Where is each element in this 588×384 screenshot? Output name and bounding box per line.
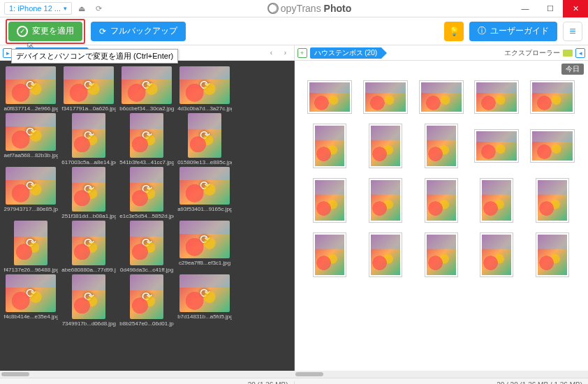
refresh-icon[interactable]: ⟳ [91, 1, 105, 15]
explorer-thumb[interactable] [474, 80, 520, 114]
horizontal-scrollbar[interactable] [0, 371, 588, 378]
device-thumb[interactable]: ⟳0d498da3c...c41ff.jpg [119, 221, 175, 273]
filename-label: b6ccbef34...30ca2.jpg [119, 105, 174, 112]
explorer-thumb[interactable] [418, 232, 464, 277]
device-thumb[interactable]: ⟳a0f837714...2e966.jpg [3, 66, 59, 112]
device-thumb[interactable]: ⟳e1c3e5d54...5852d.jpg [119, 167, 175, 219]
explorer-thumb[interactable] [362, 178, 409, 223]
device-thumb[interactable]: ⟳4d3c0ba7d...3a27c.jpg [177, 66, 233, 112]
full-backup-button[interactable]: ⟳ フルバックアップ [91, 22, 186, 41]
app-title: opyTrans Photo [267, 2, 351, 15]
device-panel[interactable]: ⟳a0f837714...2e966.jpg⟳f3417791a...0a626… [0, 61, 294, 371]
filename-label: b8b2547e0...06d01.jpg [119, 320, 174, 327]
user-guide-button[interactable]: ⓘ ユーザーガイド [469, 22, 557, 41]
filename-label: e1c3e5d54...5852d.jpg [119, 213, 174, 219]
sync-icon: ⟳ [130, 113, 163, 158]
sync-icon: ⟳ [6, 167, 56, 205]
explorer-panel[interactable]: 今日 [294, 61, 589, 371]
status-left: 20 (1.36 MB) [0, 381, 294, 385]
filename-label: 541b3fe43...41cc7.jpg [119, 159, 174, 165]
add-button[interactable]: + [297, 48, 307, 58]
chevron-down-icon: ▾ [64, 5, 67, 12]
device-selector[interactable]: 1: iPhone 12 ... ▾ [4, 2, 72, 15]
explorer-thumb[interactable] [529, 80, 575, 114]
sync-icon: ⟳ [179, 66, 230, 104]
folder-icon[interactable] [563, 50, 573, 57]
sync-icon: ⟳ [72, 221, 105, 265]
close-button[interactable]: ✕ [563, 0, 588, 17]
sync-icon: ⟳ [130, 274, 163, 319]
filename-label: f4c8b414e...e35e4.jpg [3, 313, 58, 320]
filename-label: 251f381dd...b08a1.jpg [61, 213, 116, 219]
explorer-thumb[interactable] [474, 232, 520, 277]
device-label: 1: iPhone 12 ... [9, 4, 61, 13]
explorer-thumb[interactable] [307, 178, 353, 223]
lightbulb-icon: 💡 [449, 27, 460, 36]
filename-label: 297943717...80e85.jpg [3, 206, 58, 212]
panel-toggle-right-button[interactable]: ◂ [575, 48, 585, 58]
sync-icon: ⟳ [188, 113, 221, 158]
hamburger-menu-button[interactable]: ≡ [563, 22, 582, 41]
explorer-thumb[interactable] [362, 232, 409, 277]
sync-icon: ⟳ [179, 167, 230, 205]
explorer-thumb[interactable] [418, 80, 464, 114]
device-thumb[interactable]: ⟳7349917b...d06d8.jpg [61, 274, 117, 327]
refresh-icon: ⟳ [99, 27, 106, 36]
sync-icon: ⟳ [130, 221, 163, 265]
tooltip: デバイスとパソコンで変更を適用 (Ctrl+Enter) [11, 49, 178, 64]
device-thumb[interactable]: ⟳251f381dd...b08a1.jpg [61, 167, 117, 219]
device-thumb[interactable]: ⟳617003c5a...a8e14.jpg [61, 113, 117, 165]
apply-changes-button[interactable]: ✓ 変更を適用 [8, 22, 82, 41]
minimize-button[interactable]: ― [513, 0, 538, 17]
tips-button[interactable]: 💡 [444, 22, 464, 41]
device-thumb[interactable]: ⟳b7d14831b...a5fd5.jpg [177, 274, 233, 327]
sync-icon: ⟳ [122, 66, 172, 104]
sync-icon: ⟳ [14, 221, 47, 265]
device-thumb[interactable]: ⟳f4c8b414e...e35e4.jpg [3, 274, 59, 327]
device-thumb[interactable]: ⟳aef7aa568...82b3b.jpg [3, 113, 59, 165]
explorer-thumb[interactable] [362, 124, 409, 168]
status-bar: 20 (1.36 MB) 20 / 20 (1.36 MB / 1.36 MB) [0, 378, 588, 384]
explorer-thumb[interactable] [474, 124, 520, 168]
sync-icon: ⟳ [64, 66, 114, 104]
explorer-thumb[interactable] [529, 232, 575, 277]
explorer-thumb[interactable] [418, 124, 464, 168]
filename-label: aef7aa568...82b3b.jpg [3, 152, 58, 158]
explorer-thumb[interactable] [307, 232, 353, 277]
device-thumb[interactable]: ⟳b6ccbef34...30ca2.jpg [119, 66, 175, 112]
sync-icon: ⟳ [179, 221, 230, 258]
explorer-thumb[interactable] [529, 178, 575, 223]
device-thumb[interactable]: ⟳a93f53401...9165c.jpg [177, 167, 233, 219]
info-icon: ⓘ [478, 25, 486, 37]
explorer-thumb[interactable] [307, 124, 353, 168]
breadcrumb-right[interactable]: ハウステンボス (20) [310, 47, 382, 59]
explorer-thumb[interactable] [474, 178, 520, 223]
toolbar: ✓ 変更を適用 ↖ ⟳ フルバックアップ 💡 ⓘ ユーザーガイド ≡ [0, 17, 588, 45]
sync-icon: ⟳ [130, 167, 163, 212]
explorer-thumb[interactable] [307, 80, 353, 114]
nav-forward-button[interactable]: › [280, 49, 291, 57]
filename-label: f47137e26...96488.jpg [3, 267, 58, 273]
eject-icon[interactable]: ⏏ [75, 1, 89, 15]
main-area: ⟳a0f837714...2e966.jpg⟳f3417791a...0a626… [0, 61, 588, 371]
nav-back-button[interactable]: ‹ [266, 49, 277, 57]
device-thumb[interactable]: ⟳541b3fe43...41cc7.jpg [119, 113, 175, 165]
app-logo-icon [267, 2, 279, 15]
filename-label: 015809e13...e885c.jpg [177, 159, 232, 165]
explorer-thumb[interactable] [529, 124, 575, 168]
maximize-button[interactable]: ☐ [538, 0, 563, 17]
device-thumb[interactable]: ⟳f47137e26...96488.jpg [3, 221, 59, 273]
device-thumb[interactable]: ⟳abe680880a...77d99.jpg [61, 221, 117, 273]
device-thumb[interactable]: ⟳f3417791a...0a626.jpg [61, 66, 117, 112]
device-thumb[interactable]: ⟳b8b2547e0...06d01.jpg [119, 274, 175, 327]
device-thumb[interactable]: ⟳c29ea7ff8...ef3c1.jpg [177, 221, 233, 273]
explorer-thumb[interactable] [418, 178, 464, 223]
device-thumb[interactable]: ⟳015809e13...e885c.jpg [177, 113, 233, 165]
highlight-apply: ✓ 変更を適用 ↖ [6, 19, 85, 44]
sync-icon: ⟳ [6, 66, 56, 104]
device-thumb[interactable]: ⟳297943717...80e85.jpg [3, 167, 59, 219]
explorer-thumb[interactable] [362, 80, 409, 114]
filename-label: c29ea7ff8...ef3c1.jpg [179, 260, 230, 266]
filename-label: a93f53401...9165c.jpg [177, 206, 232, 212]
filename-label: 7349917b...d06d8.jpg [62, 320, 116, 327]
